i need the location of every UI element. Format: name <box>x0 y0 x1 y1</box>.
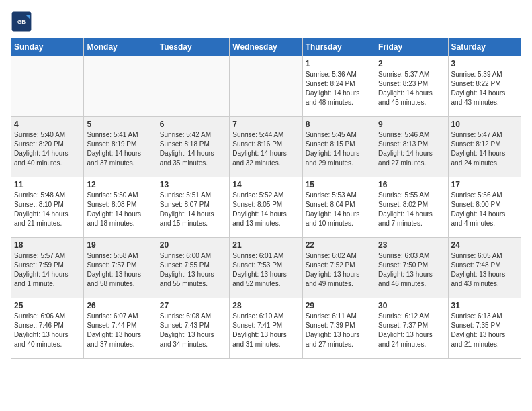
day-number: 1 <box>306 59 372 68</box>
day-number: 14 <box>232 180 299 189</box>
day-info: Sunrise: 6:03 AMSunset: 7:50 PMDaylight:… <box>378 251 445 289</box>
day-info: Sunrise: 5:40 AMSunset: 8:20 PMDaylight:… <box>14 130 81 168</box>
day-number: 18 <box>14 240 81 250</box>
day-number: 27 <box>160 301 226 310</box>
day-cell: 22 Sunrise: 6:02 AMSunset: 7:52 PMDaylig… <box>302 238 375 298</box>
day-number: 29 <box>306 301 372 310</box>
day-cell: 16 Sunrise: 5:55 AMSunset: 8:02 PMDaylig… <box>375 177 448 238</box>
col-header-wednesday: Wednesday <box>230 38 302 56</box>
day-number: 20 <box>160 240 226 250</box>
col-header-monday: Monday <box>84 38 157 56</box>
day-number: 24 <box>451 240 518 250</box>
day-info: Sunrise: 6:13 AMSunset: 7:35 PMDaylight:… <box>451 312 518 349</box>
day-cell: 25 Sunrise: 6:06 AMSunset: 7:46 PMDaylig… <box>11 298 84 359</box>
col-header-thursday: Thursday <box>302 38 375 56</box>
day-number: 5 <box>87 120 153 129</box>
header-row: SundayMondayTuesdayWednesdayThursdayFrid… <box>11 38 521 56</box>
day-number: 16 <box>378 180 445 189</box>
day-info: Sunrise: 5:51 AMSunset: 8:07 PMDaylight:… <box>160 191 226 228</box>
day-info: Sunrise: 6:00 AMSunset: 7:55 PMDaylight:… <box>160 251 226 289</box>
day-cell: 12 Sunrise: 5:50 AMSunset: 8:08 PMDaylig… <box>84 177 157 238</box>
day-info: Sunrise: 5:47 AMSunset: 8:12 PMDaylight:… <box>451 130 518 168</box>
calendar-table: SundayMondayTuesdayWednesdayThursdayFrid… <box>11 38 521 359</box>
day-info: Sunrise: 5:36 AMSunset: 8:24 PMDaylight:… <box>306 70 372 107</box>
day-info: Sunrise: 5:52 AMSunset: 8:05 PMDaylight:… <box>232 191 299 228</box>
day-cell: 28 Sunrise: 6:10 AMSunset: 7:41 PMDaylig… <box>230 298 302 359</box>
day-info: Sunrise: 5:46 AMSunset: 8:13 PMDaylight:… <box>378 130 445 168</box>
day-cell: 20 Sunrise: 6:00 AMSunset: 7:55 PMDaylig… <box>157 238 229 298</box>
day-cell: 17 Sunrise: 5:56 AMSunset: 8:00 PMDaylig… <box>448 177 521 238</box>
day-number: 31 <box>451 301 518 310</box>
day-cell: 6 Sunrise: 5:42 AMSunset: 8:18 PMDayligh… <box>157 117 229 177</box>
day-number: 7 <box>232 120 299 129</box>
day-cell: 14 Sunrise: 5:52 AMSunset: 8:05 PMDaylig… <box>230 177 302 238</box>
day-cell: 9 Sunrise: 5:46 AMSunset: 8:13 PMDayligh… <box>375 117 448 177</box>
day-number: 6 <box>160 120 226 129</box>
col-header-tuesday: Tuesday <box>157 38 229 56</box>
col-header-saturday: Saturday <box>448 38 521 56</box>
day-cell: 15 Sunrise: 5:53 AMSunset: 8:04 PMDaylig… <box>302 177 375 238</box>
week-row-4: 18 Sunrise: 5:57 AMSunset: 7:59 PMDaylig… <box>11 238 521 298</box>
day-cell <box>157 56 229 117</box>
day-cell <box>230 56 302 117</box>
day-cell <box>11 56 84 117</box>
day-info: Sunrise: 6:12 AMSunset: 7:37 PMDaylight:… <box>378 312 445 349</box>
week-row-3: 11 Sunrise: 5:48 AMSunset: 8:10 PMDaylig… <box>11 177 521 238</box>
day-number: 28 <box>232 301 299 310</box>
day-info: Sunrise: 5:37 AMSunset: 8:23 PMDaylight:… <box>378 70 445 107</box>
day-info: Sunrise: 6:02 AMSunset: 7:52 PMDaylight:… <box>306 251 372 289</box>
col-header-sunday: Sunday <box>11 38 84 56</box>
day-number: 11 <box>14 180 81 189</box>
day-info: Sunrise: 5:45 AMSunset: 8:15 PMDaylight:… <box>306 130 372 168</box>
day-cell: 2 Sunrise: 5:37 AMSunset: 8:23 PMDayligh… <box>375 56 448 117</box>
day-number: 4 <box>14 120 81 129</box>
day-number: 15 <box>306 180 372 189</box>
logo: GB <box>11 11 35 32</box>
day-number: 17 <box>451 180 518 189</box>
day-number: 12 <box>87 180 153 189</box>
day-number: 19 <box>87 240 153 250</box>
day-cell: 30 Sunrise: 6:12 AMSunset: 7:37 PMDaylig… <box>375 298 448 359</box>
col-header-friday: Friday <box>375 38 448 56</box>
day-number: 21 <box>232 240 299 250</box>
day-info: Sunrise: 5:48 AMSunset: 8:10 PMDaylight:… <box>14 191 81 228</box>
day-info: Sunrise: 5:57 AMSunset: 7:59 PMDaylight:… <box>14 251 81 289</box>
day-info: Sunrise: 5:58 AMSunset: 7:57 PMDaylight:… <box>87 251 153 289</box>
day-cell: 4 Sunrise: 5:40 AMSunset: 8:20 PMDayligh… <box>11 117 84 177</box>
day-number: 2 <box>378 59 445 68</box>
day-number: 26 <box>87 301 153 310</box>
day-info: Sunrise: 5:39 AMSunset: 8:22 PMDaylight:… <box>451 70 518 107</box>
day-info: Sunrise: 5:53 AMSunset: 8:04 PMDaylight:… <box>306 191 372 228</box>
day-info: Sunrise: 6:08 AMSunset: 7:43 PMDaylight:… <box>160 312 226 349</box>
day-info: Sunrise: 6:01 AMSunset: 7:53 PMDaylight:… <box>232 251 299 289</box>
day-info: Sunrise: 5:42 AMSunset: 8:18 PMDaylight:… <box>160 130 226 168</box>
day-cell: 3 Sunrise: 5:39 AMSunset: 8:22 PMDayligh… <box>448 56 521 117</box>
week-row-2: 4 Sunrise: 5:40 AMSunset: 8:20 PMDayligh… <box>11 117 521 177</box>
day-number: 30 <box>378 301 445 310</box>
day-cell: 18 Sunrise: 5:57 AMSunset: 7:59 PMDaylig… <box>11 238 84 298</box>
day-cell: 23 Sunrise: 6:03 AMSunset: 7:50 PMDaylig… <box>375 238 448 298</box>
day-cell: 13 Sunrise: 5:51 AMSunset: 8:07 PMDaylig… <box>157 177 229 238</box>
svg-text:GB: GB <box>17 19 26 25</box>
day-cell <box>84 56 157 117</box>
day-number: 10 <box>451 120 518 129</box>
general-blue-icon: GB <box>11 11 32 32</box>
day-cell: 31 Sunrise: 6:13 AMSunset: 7:35 PMDaylig… <box>448 298 521 359</box>
day-info: Sunrise: 5:41 AMSunset: 8:19 PMDaylight:… <box>87 130 153 168</box>
day-info: Sunrise: 5:55 AMSunset: 8:02 PMDaylight:… <box>378 191 445 228</box>
day-info: Sunrise: 6:06 AMSunset: 7:46 PMDaylight:… <box>14 312 81 349</box>
day-cell: 26 Sunrise: 6:07 AMSunset: 7:44 PMDaylig… <box>84 298 157 359</box>
day-number: 25 <box>14 301 81 310</box>
day-info: Sunrise: 5:56 AMSunset: 8:00 PMDaylight:… <box>451 191 518 228</box>
day-cell: 27 Sunrise: 6:08 AMSunset: 7:43 PMDaylig… <box>157 298 229 359</box>
day-cell: 19 Sunrise: 5:58 AMSunset: 7:57 PMDaylig… <box>84 238 157 298</box>
header: GB <box>11 11 521 32</box>
day-info: Sunrise: 6:05 AMSunset: 7:48 PMDaylight:… <box>451 251 518 289</box>
day-info: Sunrise: 5:50 AMSunset: 8:08 PMDaylight:… <box>87 191 153 228</box>
day-number: 13 <box>160 180 226 189</box>
day-number: 3 <box>451 59 518 68</box>
day-info: Sunrise: 6:07 AMSunset: 7:44 PMDaylight:… <box>87 312 153 349</box>
day-number: 23 <box>378 240 445 250</box>
day-cell: 5 Sunrise: 5:41 AMSunset: 8:19 PMDayligh… <box>84 117 157 177</box>
day-cell: 10 Sunrise: 5:47 AMSunset: 8:12 PMDaylig… <box>448 117 521 177</box>
